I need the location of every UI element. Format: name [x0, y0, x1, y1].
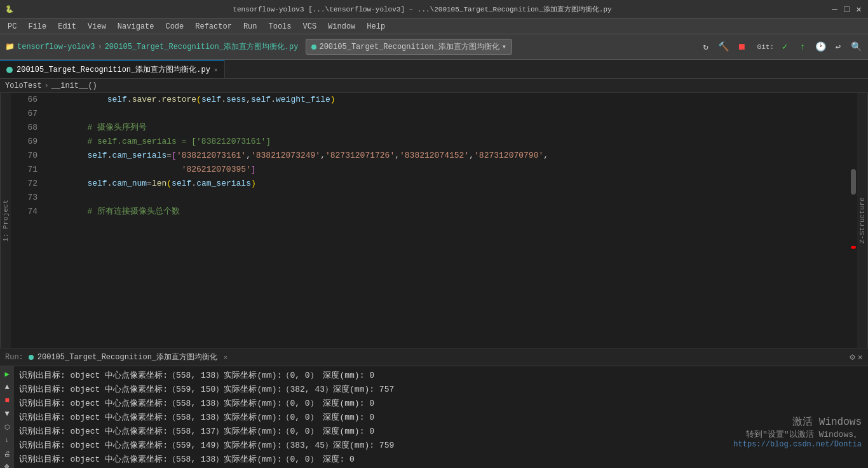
app-icon: 🐍 — [5, 5, 14, 13]
run-up-button[interactable]: ▲ — [1, 382, 13, 393]
line-numbers: 66 67 68 69 70 71 72 73 74 — [11, 93, 43, 348]
toolbar-right: ↻ 🔨 ⏹ Git: ✓ ↑ 🕐 ↩ 🔍 — [699, 40, 863, 54]
output-line-7: 识别出目标: object 中心点像素坐标:（558, 138）实际坐标(mm)… — [19, 453, 863, 467]
menu-navigate[interactable]: Navigate — [112, 21, 159, 32]
menu-pc[interactable]: PC — [3, 21, 22, 32]
menu-help[interactable]: Help — [362, 21, 390, 32]
code-content: self.saver.restore(self.sess, self.weigh… — [43, 93, 848, 348]
title-bar-title: tensorflow-yolov3 [...\tensorflow-yolov3… — [14, 4, 831, 14]
settings-icon[interactable]: ⚙ — [850, 352, 855, 362]
menu-refactor[interactable]: Refactor — [190, 21, 237, 32]
scroll-marker — [851, 246, 856, 249]
output-line-5: 识别出目标: object 中心点像素坐标:（558, 137）实际坐标(mm)… — [19, 425, 863, 439]
code-editor[interactable]: 66 67 68 69 70 71 72 73 74 self.saver.re… — [11, 93, 857, 348]
project-panel-label: 1: Project — [0, 93, 11, 348]
run-build-button[interactable]: 🔨 — [717, 40, 731, 54]
code-line-66: self.saver.restore(self.sess, self.weigh… — [48, 93, 843, 107]
git-history-button[interactable]: 🕐 — [813, 40, 827, 54]
search-everywhere-button[interactable]: 🔍 — [849, 40, 863, 54]
run-status-dot — [29, 355, 34, 360]
scrollbar-gutter — [848, 93, 857, 348]
maximize-button[interactable]: □ — [843, 5, 851, 13]
run-clear-button[interactable]: 🗑 — [1, 462, 13, 468]
scrollbar-thumb[interactable] — [851, 169, 856, 195]
output-line-3: 识别出目标: object 中心点像素坐标:（558, 138）实际坐标(mm)… — [19, 397, 863, 411]
close-panel-icon[interactable]: ✕ — [858, 352, 863, 362]
tab-close-button[interactable]: ✕ — [214, 66, 218, 74]
title-bar: 🐍 tensorflow-yolov3 [...\tensorflow-yolo… — [0, 0, 868, 19]
close-button[interactable]: ✕ — [855, 5, 863, 13]
python-file-icon — [6, 67, 13, 73]
tab-bar: 200105_Target_Recognition_添加直方图均衡化.py ✕ — [0, 60, 868, 79]
run-play-button[interactable]: ▶ — [1, 369, 13, 380]
code-area: 66 67 68 69 70 71 72 73 74 self.saver.re… — [11, 93, 857, 348]
run-panel-icons: ⚙ ✕ — [850, 352, 863, 362]
structure-panel-label: Z-Structure — [857, 93, 868, 348]
toolbar-breadcrumb: 📁 tensorflow-yolov3 › 200105_Target_Reco… — [5, 41, 298, 52]
run-reload-button[interactable]: ↻ — [699, 40, 713, 54]
run-config-dropdown[interactable]: 200105_Target_Recognition_添加直方图均衡化 ▾ — [306, 39, 512, 55]
run-down-button[interactable]: ▼ — [1, 409, 13, 420]
minimize-button[interactable]: ─ — [831, 5, 839, 13]
code-line-69: # self.cam_serials = ['838212073161'] — [48, 135, 843, 149]
output-line-4: 识别出目标: object 中心点像素坐标:（558, 138）实际坐标(mm)… — [19, 411, 863, 425]
code-line-73 — [48, 191, 843, 205]
tab-label: 200105_Target_Recognition_添加直方图均衡化.py — [17, 64, 210, 75]
menu-file[interactable]: File — [23, 21, 51, 32]
git-push-button[interactable]: ↑ — [796, 40, 810, 54]
git-revert-button[interactable]: ↩ — [831, 40, 845, 54]
toolbar-sep1: › — [97, 43, 102, 52]
run-label: Run: — [5, 353, 24, 362]
breadcrumb-method: __init__() — [51, 81, 97, 90]
menu-edit[interactable]: Edit — [53, 21, 81, 32]
breadcrumb-bar: YoloTest › __init__() — [0, 79, 868, 93]
menu-tools[interactable]: Tools — [263, 21, 296, 32]
run-tab-close-button[interactable]: ✕ — [224, 354, 227, 361]
run-config-label: 200105_Target_Recognition_添加直方图均衡化 — [319, 41, 499, 52]
breadcrumb-sep: › — [44, 81, 49, 90]
menu-vcs[interactable]: VCS — [298, 21, 322, 32]
toolbar: 📁 tensorflow-yolov3 › 200105_Target_Reco… — [0, 34, 868, 60]
chevron-down-icon: ▾ — [502, 42, 506, 52]
editor-tab-main[interactable]: 200105_Target_Recognition_添加直方图均衡化.py ✕ — [0, 60, 225, 78]
code-line-67 — [48, 107, 843, 121]
output-line-1: 识别出目标: object 中心点像素坐标:（558, 138）实际坐标(mm)… — [19, 369, 863, 383]
breadcrumb-class: YoloTest — [5, 81, 42, 90]
code-line-72: self.cam_num = len(self.cam_serials) — [48, 177, 843, 191]
code-line-68: # 摄像头序列号 — [48, 121, 843, 135]
menu-window[interactable]: Window — [323, 21, 360, 32]
toolbar-breadcrumb-root: tensorflow-yolov3 — [17, 43, 95, 52]
git-commit-button[interactable]: ✓ — [778, 40, 792, 54]
code-line-71: '826212070395'] — [48, 163, 843, 177]
output-line-6: 识别出目标: object 中心点像素坐标:（559, 149）实际坐标(mm)… — [19, 439, 863, 453]
title-bar-left: 🐍 — [5, 5, 14, 13]
run-sidebar: ▶ ▲ ■ ▼ ⬡ ↓ 🖨 🗑 识别出目标: object 中心点像素坐标:（5… — [0, 366, 868, 468]
output-line-2: 识别出目标: object 中心点像素坐标:（559, 150）实际坐标(mm)… — [19, 383, 863, 397]
menu-bar: PC File Edit View Navigate Code Refactor… — [0, 19, 868, 34]
code-line-74: # 所有连接摄像头总个数 — [48, 205, 843, 219]
toolbar-breadcrumb-file: 200105_Target_Recognition_添加直方图均衡化.py — [105, 41, 299, 52]
stop-button[interactable]: ⏹ — [735, 40, 749, 54]
run-tab-bar: Run: 200105_Target_Recognition_添加直方图均衡化 … — [0, 348, 868, 366]
menu-view[interactable]: View — [83, 21, 111, 32]
code-line-70: self.cam_serials = ['838212073161', '838… — [48, 149, 843, 163]
run-print-button[interactable]: 🖨 — [1, 448, 13, 459]
run-tab[interactable]: 200105_Target_Recognition_添加直方图均衡化 ✕ — [29, 352, 227, 362]
run-tab-name: 200105_Target_Recognition_添加直方图均衡化 — [37, 352, 217, 362]
run-stop-button[interactable]: ■ — [1, 396, 13, 406]
project-icon: 📁 — [5, 42, 15, 52]
git-label: Git: — [757, 43, 774, 51]
run-wrap-button[interactable]: ⬡ — [1, 422, 13, 433]
title-bar-controls: ─ □ ✕ — [831, 5, 863, 13]
run-scroll-button[interactable]: ↓ — [1, 435, 13, 446]
run-left-icons: ▶ ▲ ■ ▼ ⬡ ↓ 🖨 🗑 — [0, 366, 14, 468]
menu-run[interactable]: Run — [238, 21, 262, 32]
run-output: 识别出目标: object 中心点像素坐标:（558, 138）实际坐标(mm)… — [14, 366, 868, 468]
menu-code[interactable]: Code — [160, 21, 189, 32]
